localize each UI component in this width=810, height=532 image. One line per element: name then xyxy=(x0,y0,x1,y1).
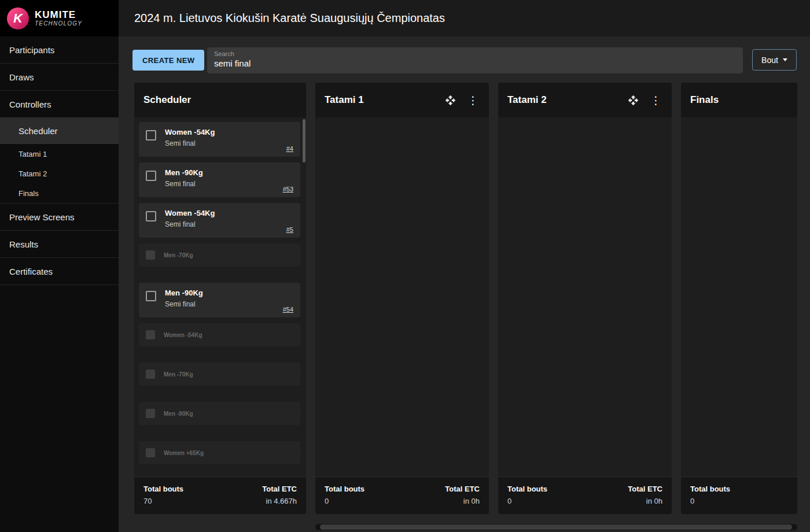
sidebar-item-scheduler[interactable]: Scheduler xyxy=(0,117,119,144)
kumite-logo-icon: K xyxy=(7,8,29,29)
brand-name: KUMITE xyxy=(35,10,82,21)
total-bouts: Total bouts 0 xyxy=(507,485,547,514)
tatami-2-header: Tatami 2 ⋮ xyxy=(498,83,672,117)
bout-title: Women -54Kg xyxy=(165,209,215,217)
sidebar-item-certificates[interactable]: Certificates xyxy=(0,258,119,285)
sidebar-item-label: Scheduler xyxy=(19,126,58,136)
logo-text: KUMITE TECHNOLOGY xyxy=(35,10,82,27)
create-new-button[interactable]: CREATE NEW xyxy=(132,50,204,71)
bout-checkbox[interactable] xyxy=(146,291,156,301)
bout-checkbox xyxy=(146,250,155,260)
total-bouts-label: Total bouts xyxy=(507,485,547,493)
sidebar-item-label: Participants xyxy=(9,45,54,55)
divider xyxy=(0,285,119,285)
horizontal-scrollbar-thumb[interactable] xyxy=(320,524,792,530)
sidebar-item-tatami-1[interactable]: Tatami 1 xyxy=(0,144,119,164)
sidebar-item-label: Preview Screens xyxy=(9,212,75,222)
tatami-1-title: Tatami 1 xyxy=(325,94,364,106)
bout-stage: Semi final xyxy=(165,139,215,147)
scheduler-footer: Total bouts 70 Total ETC in 4.667h xyxy=(134,476,306,514)
bout-number-link[interactable]: #5 xyxy=(286,226,293,233)
sidebar-item-finals[interactable]: Finals xyxy=(0,183,119,203)
finals-panel: Finals Total bouts 0 xyxy=(681,83,797,514)
panels-row: Scheduler Women -54Kg Semi final #4 Men … xyxy=(119,83,810,514)
sidebar-item-label: Certificates xyxy=(9,267,53,276)
sidebar-item-label: Controllers xyxy=(9,99,51,109)
bout-number-link[interactable]: #4 xyxy=(286,145,293,152)
kebab-menu-icon[interactable]: ⋮ xyxy=(466,95,480,106)
bout-card[interactable]: Men -90Kg Semi final #53 xyxy=(139,162,300,197)
bout-checkbox[interactable] xyxy=(146,211,156,221)
sidebar-item-controllers[interactable]: Controllers xyxy=(0,91,119,117)
sidebar-item-results[interactable]: Results xyxy=(0,231,119,257)
bout-title: Men -90Kg xyxy=(165,289,203,297)
horizontal-scrollbar-track[interactable] xyxy=(315,524,797,530)
kebab-menu-icon[interactable]: ⋮ xyxy=(649,95,662,106)
sidebar-item-label: Finals xyxy=(19,189,39,198)
bout-card[interactable]: Women -54Kg Semi final #5 xyxy=(139,203,300,238)
search-field[interactable]: Search xyxy=(207,47,743,73)
bout-stage: Semi final xyxy=(165,220,215,228)
scheduler-panel-title: Scheduler xyxy=(143,94,191,106)
bout-checkbox xyxy=(146,409,155,418)
finals-footer: Total bouts 0 xyxy=(681,476,797,514)
tatami-1-bout-list[interactable] xyxy=(315,117,489,476)
bout-number-link[interactable]: #54 xyxy=(283,306,293,313)
scheduler-bout-list: Women -54Kg Semi final #4 Men -90Kg Semi… xyxy=(134,117,306,476)
finals-header: Finals xyxy=(681,83,797,117)
bout-checkbox[interactable] xyxy=(146,130,156,141)
page-title: 2024 m. Lietuvos Kiokušin Karatė Suaugus… xyxy=(134,12,445,25)
bout-info: Women -54Kg Semi final xyxy=(165,209,215,232)
finals-bout-list[interactable] xyxy=(681,117,797,476)
sidebar-item-label: Tatami 1 xyxy=(19,150,47,158)
total-bouts: Total bouts 0 xyxy=(325,485,365,514)
move-icon[interactable] xyxy=(628,95,639,106)
bout-title: Women -54Kg xyxy=(164,332,203,338)
tatami-1-actions: ⋮ xyxy=(445,95,480,106)
tatami-2-footer: Total bouts 0 Total ETC in 0h xyxy=(498,476,672,514)
search-label: Search xyxy=(214,50,736,57)
tatami-2-panel: Tatami 2 ⋮ Total bouts 0 Total ETC in 0h xyxy=(498,83,672,514)
bout-checkbox xyxy=(146,330,155,339)
sidebar-item-tatami-2[interactable]: Tatami 2 xyxy=(0,164,119,183)
total-bouts: Total bouts 70 xyxy=(143,485,183,514)
bout-title: Women +65Kg xyxy=(164,450,204,456)
tatami-2-bout-list[interactable] xyxy=(498,117,672,476)
bout-title: Women -54Kg xyxy=(165,128,215,136)
tatami-2-title: Tatami 2 xyxy=(507,94,547,106)
total-bouts: Total bouts 0 xyxy=(690,485,730,514)
search-input[interactable] xyxy=(214,57,736,68)
bout-card[interactable]: Women -54Kg Semi final #4 xyxy=(139,122,300,157)
total-bouts-label: Total bouts xyxy=(690,485,730,493)
sidebar-item-label: Draws xyxy=(9,72,34,82)
tatami-1-panel: Tatami 1 ⋮ Total bouts 0 Total ETC in 0h xyxy=(315,83,489,514)
brand-tagline: TECHNOLOGY xyxy=(35,20,82,27)
bout-card[interactable]: Men -90Kg Semi final #54 xyxy=(139,283,300,317)
tatami-2-actions: ⋮ xyxy=(628,95,662,106)
total-etc-value: in 0h xyxy=(628,497,662,505)
sidebar-item-preview-screens[interactable]: Preview Screens xyxy=(0,204,119,230)
total-bouts-label: Total bouts xyxy=(143,485,183,493)
bout-checkbox xyxy=(146,370,155,379)
bout-stage: Semi final xyxy=(165,180,203,188)
tatami-1-footer: Total bouts 0 Total ETC in 0h xyxy=(315,476,489,514)
total-bouts-value: 0 xyxy=(325,497,365,505)
bout-dropdown[interactable]: Bout xyxy=(752,49,797,71)
sidebar: K KUMITE TECHNOLOGY Participants Draws C… xyxy=(0,0,119,532)
bout-checkbox[interactable] xyxy=(146,171,156,181)
tatami-1-header: Tatami 1 ⋮ xyxy=(315,83,489,117)
scheduler-scrollbar[interactable] xyxy=(303,119,305,162)
bout-info: Women -54Kg Semi final xyxy=(165,128,215,151)
app-logo: K KUMITE TECHNOLOGY xyxy=(0,0,119,36)
move-icon[interactable] xyxy=(445,95,456,106)
sidebar-item-participants[interactable]: Participants xyxy=(0,36,119,63)
sidebar-item-draws[interactable]: Draws xyxy=(0,64,119,90)
bout-number-link[interactable]: #53 xyxy=(283,186,293,193)
bout-info: Men -90Kg Semi final xyxy=(165,289,203,312)
sidebar-item-label: Tatami 2 xyxy=(19,169,47,178)
bout-info: Men -90Kg Semi final xyxy=(165,168,203,191)
bout-title: Men -70Kg xyxy=(164,252,193,258)
total-etc-label: Total ETC xyxy=(262,485,297,493)
total-bouts-value: 0 xyxy=(507,497,547,505)
total-bouts-value: 70 xyxy=(143,497,183,505)
